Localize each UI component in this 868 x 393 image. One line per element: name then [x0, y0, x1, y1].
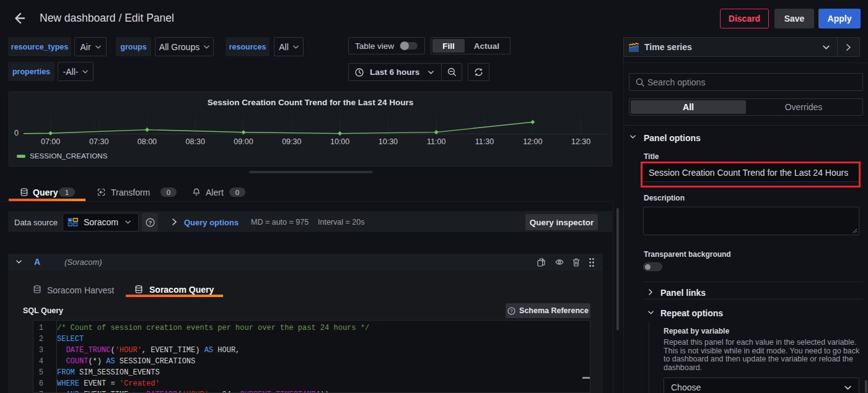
- svg-text:?: ?: [148, 218, 152, 225]
- svg-text:?: ?: [510, 308, 513, 314]
